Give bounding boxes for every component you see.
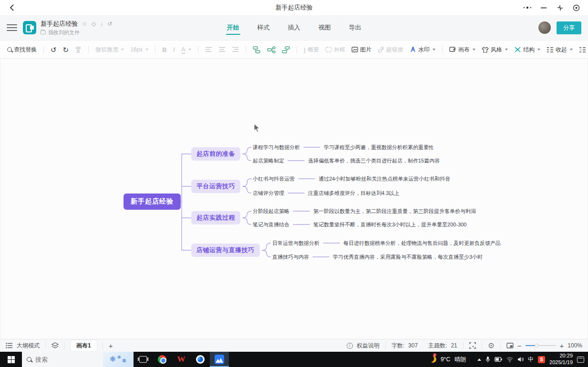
restore-button[interactable] bbox=[553, 2, 567, 13]
outer-frame-button[interactable]: 外框 bbox=[324, 44, 347, 56]
zoom-slider-knob[interactable] bbox=[535, 344, 538, 347]
chrome-app[interactable] bbox=[153, 352, 172, 367]
find-replace-button[interactable]: 查找替换 bbox=[6, 44, 38, 56]
weather-desc[interactable]: 晴朗 bbox=[454, 356, 466, 364]
fit-screen-icon[interactable] bbox=[469, 342, 476, 349]
insert-parent-topic-button[interactable] bbox=[280, 44, 291, 55]
tab-export[interactable]: 导出 bbox=[348, 20, 362, 35]
zoom-slider[interactable] bbox=[526, 345, 556, 346]
tag-icon[interactable]: ◇ bbox=[92, 21, 96, 27]
detail-node[interactable]: 第一阶段以数量为主，第二阶段注重质量，第三阶段提升客单价与利润 bbox=[313, 208, 476, 215]
undo-button[interactable]: ↺ bbox=[49, 44, 58, 55]
collapse-button[interactable]: 收起 bbox=[545, 44, 574, 56]
more-options-icon[interactable] bbox=[520, 2, 535, 13]
branch-node[interactable]: 平台运营技巧 bbox=[191, 180, 240, 193]
topic-node[interactable]: 直播技巧与内容 bbox=[272, 254, 309, 261]
minimap-icon[interactable] bbox=[506, 343, 514, 348]
mindmap-canvas[interactable]: 新手起店经验起店前的准备课程学习与数据分析学习课程至少两遍，重视数据分析积累的重… bbox=[0, 59, 588, 339]
font-size-select[interactable]: 16px bbox=[129, 44, 150, 55]
layers-icon[interactable] bbox=[52, 342, 59, 349]
taskbar-clock[interactable]: 20:29 2025/1/19 bbox=[549, 353, 573, 366]
summary-button[interactable]: } 概要 bbox=[302, 44, 320, 56]
user-avatar[interactable] bbox=[538, 21, 551, 34]
canvas-tab[interactable]: 画布1 bbox=[71, 340, 97, 351]
browser-app[interactable] bbox=[191, 352, 210, 367]
task-view-button[interactable] bbox=[134, 352, 153, 367]
image-button[interactable]: 图片 bbox=[350, 44, 373, 56]
add-canvas-button[interactable]: + bbox=[109, 342, 113, 350]
speaker-icon[interactable] bbox=[517, 357, 524, 362]
detail-node[interactable]: 学习优秀直播内容，采用露脸与不露脸策略，每次直播至少3小时 bbox=[333, 254, 483, 261]
target-record-icon[interactable] bbox=[569, 2, 583, 13]
detail-node[interactable]: 学习课程至少两遍，重视数据分析积累的重要性 bbox=[324, 144, 434, 151]
tab-style[interactable]: 样式 bbox=[257, 20, 271, 35]
star-icon[interactable]: ☆ bbox=[82, 21, 87, 27]
canvas-settings-button[interactable]: 画布 bbox=[448, 44, 477, 56]
search-input[interactable] bbox=[35, 356, 88, 363]
doc-location[interactable]: 我收到的文件 bbox=[48, 29, 80, 36]
weather-temp[interactable]: 9°C bbox=[441, 356, 450, 363]
child-topic-icon bbox=[267, 46, 276, 53]
align-left-button[interactable] bbox=[204, 45, 214, 54]
branch-node[interactable]: 店铺运营与直播技巧 bbox=[191, 244, 260, 257]
topic-node[interactable]: 店铺评分管理 bbox=[253, 190, 284, 197]
bold-button[interactable]: B bbox=[161, 44, 168, 55]
sogou-icon[interactable]: S bbox=[538, 356, 545, 363]
detail-node[interactable]: 选择偏低客单价，挑选三个类目进行起店，制作15篇内容 bbox=[308, 157, 440, 164]
branch-node[interactable]: 起店实践过程 bbox=[191, 211, 240, 224]
start-button[interactable] bbox=[0, 352, 22, 367]
insert-sibling-topic-button[interactable] bbox=[251, 44, 262, 55]
font-family-select[interactable]: 微软雅黑 bbox=[94, 44, 125, 56]
align-center-button[interactable] bbox=[217, 45, 227, 54]
expand-button[interactable]: 展开 bbox=[578, 44, 588, 56]
topic-node[interactable]: 日常运营与数据分析 bbox=[272, 240, 320, 247]
notification-center-icon[interactable] bbox=[577, 357, 584, 363]
weather-widget[interactable]: ❄ ❄ ❄ bbox=[103, 352, 134, 367]
watermark-button[interactable]: 水印 bbox=[408, 44, 437, 56]
wifi-icon[interactable] bbox=[506, 357, 513, 362]
download-icon[interactable]: ↓ bbox=[100, 21, 103, 27]
align-right-button[interactable] bbox=[230, 45, 240, 54]
detail-node[interactable]: 注重店铺多维度评分，目标达到4.3以上 bbox=[308, 190, 399, 197]
hidden-icons-chevron[interactable] bbox=[477, 358, 481, 361]
mindmap-app[interactable] bbox=[210, 352, 229, 367]
rights-link[interactable]: 权益说明 bbox=[357, 342, 380, 350]
outline-mode-button[interactable]: 大纲模式 bbox=[17, 342, 40, 350]
weather-moon-icon[interactable]: 1 bbox=[429, 355, 437, 364]
detail-node[interactable]: 笔记数量坚持不断，直播时长每次3小时以上，提升单量至200-300 bbox=[313, 221, 467, 228]
tab-insert[interactable]: 插入 bbox=[287, 20, 301, 35]
wps-app[interactable]: W bbox=[172, 352, 191, 367]
topic-node[interactable]: 起店策略制定 bbox=[253, 157, 284, 164]
minimize-button[interactable] bbox=[536, 2, 551, 13]
microphone-icon[interactable] bbox=[485, 356, 490, 363]
italic-button[interactable]: I bbox=[172, 44, 176, 55]
detail-node[interactable]: 通过24小时加够粉丝和关注热点榜单来运营小红书和抖音 bbox=[319, 175, 450, 183]
topic-node[interactable]: 小红书与抖音运营 bbox=[253, 175, 295, 183]
hyperlink-button[interactable]: 超链接 bbox=[376, 44, 405, 56]
structure-button[interactable]: 结构 bbox=[513, 44, 542, 56]
style-button[interactable]: 风格 bbox=[480, 44, 509, 56]
root-node[interactable]: 新手起店经验 bbox=[124, 194, 181, 210]
battery-icon[interactable] bbox=[495, 357, 502, 362]
zoom-in-button[interactable]: + bbox=[560, 342, 564, 350]
topic-node[interactable]: 课程学习与数据分析 bbox=[253, 144, 300, 151]
share-button[interactable]: 分享 bbox=[557, 21, 581, 34]
divider bbox=[155, 46, 155, 53]
insert-child-topic-button[interactable] bbox=[266, 44, 277, 55]
topic-node[interactable]: 笔记与直播结合 bbox=[253, 221, 289, 228]
topic-node[interactable]: 分阶段起店策略 bbox=[253, 208, 289, 215]
redo-button[interactable]: ↻ bbox=[62, 44, 71, 55]
back-button[interactable] bbox=[5, 2, 19, 13]
locate-center-icon[interactable] bbox=[488, 342, 495, 349]
history-icon[interactable]: ↺ bbox=[107, 21, 112, 27]
font-color-button[interactable]: A bbox=[180, 44, 193, 56]
taskbar-search[interactable] bbox=[22, 352, 103, 367]
tab-view[interactable]: 视图 bbox=[318, 20, 332, 35]
detail-node[interactable]: 每日进行数据榜单分析，处理物流与售后问题，及时更新负反馈产品 bbox=[343, 240, 501, 247]
tab-start[interactable]: 开始 bbox=[226, 20, 240, 35]
format-painter-button[interactable] bbox=[73, 44, 83, 55]
branch-node[interactable]: 起店前的准备 bbox=[191, 147, 240, 161]
ime-indicator[interactable]: 中 bbox=[528, 356, 534, 364]
zoom-out-button[interactable]: − bbox=[517, 342, 522, 350]
menu-icon[interactable] bbox=[7, 22, 17, 33]
